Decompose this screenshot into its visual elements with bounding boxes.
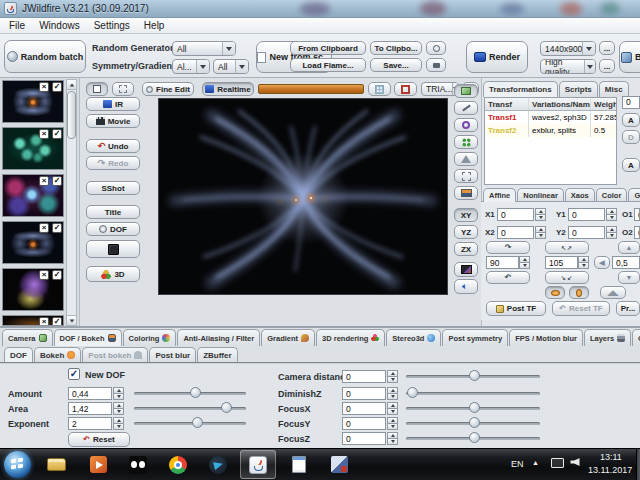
snapshot-button[interactable]: SShot bbox=[86, 181, 140, 195]
move-amount-input[interactable] bbox=[612, 256, 640, 269]
menu-file[interactable]: File bbox=[9, 20, 25, 31]
y2-input[interactable] bbox=[568, 226, 605, 239]
tray-chevron-icon[interactable]: ▲ bbox=[532, 459, 539, 466]
toggle-variations-preview[interactable] bbox=[569, 286, 589, 299]
tab-antialiasing-filter[interactable]: Anti-Aliasing / Filter bbox=[177, 329, 260, 346]
tab-stereo3d[interactable]: Stereo3d bbox=[386, 329, 441, 346]
tab-nonlinear[interactable]: Nonlinear bbox=[517, 188, 564, 202]
x1-spinner[interactable] bbox=[535, 208, 546, 221]
move-down-button[interactable]: ▼ bbox=[618, 271, 640, 284]
y1-spinner[interactable] bbox=[606, 208, 617, 221]
grid-toggle-button[interactable] bbox=[112, 82, 134, 96]
thumbnail-flame-5[interactable]: × ✓ bbox=[2, 268, 64, 311]
o1-input[interactable] bbox=[634, 208, 640, 221]
duplicate-transform-button[interactable]: D bbox=[622, 130, 640, 144]
slider-thumb[interactable] bbox=[190, 387, 201, 398]
area-slider[interactable] bbox=[134, 407, 246, 410]
amount-input[interactable] bbox=[68, 387, 112, 400]
subtab-zbuffer[interactable]: ZBuffer bbox=[197, 347, 237, 362]
thumbnail-flame-1[interactable]: × ✓ bbox=[2, 80, 64, 123]
tab-transformations[interactable]: Transformations bbox=[483, 81, 558, 97]
tab-dof-bokeh[interactable]: DOF / Bokeh bbox=[54, 329, 122, 346]
taskbar-media-player-button[interactable] bbox=[80, 450, 116, 479]
amount-spinner[interactable] bbox=[113, 387, 124, 400]
resolution-select[interactable]: 1440x900 bbox=[540, 41, 596, 56]
focusy-slider[interactable] bbox=[406, 422, 540, 425]
remove-thumbnail-button[interactable]: × bbox=[39, 176, 49, 186]
exponent-spinner[interactable] bbox=[113, 417, 124, 430]
triangle-edit-toggle-button[interactable] bbox=[86, 82, 108, 96]
transform-table[interactable]: Transf Variations/Name Weight Transf1 wa… bbox=[484, 97, 617, 185]
tab-layers[interactable]: Layers bbox=[584, 329, 631, 346]
tab-color[interactable]: Color bbox=[596, 188, 628, 202]
enlarge-button[interactable]: ↖↗ bbox=[545, 241, 589, 254]
move-left-button[interactable]: ◀ bbox=[594, 256, 610, 269]
gradient-select[interactable]: All bbox=[213, 59, 249, 74]
tab-scripts[interactable]: Scripts bbox=[559, 81, 598, 97]
remove-thumbnail-button[interactable]: × bbox=[39, 270, 49, 280]
camera-distance-spinner[interactable] bbox=[387, 370, 398, 383]
focusx-slider[interactable] bbox=[406, 407, 540, 410]
taskbar-explorer-button[interactable] bbox=[38, 450, 74, 479]
scale-amount-input[interactable] bbox=[545, 256, 578, 269]
render-button[interactable]: Render bbox=[466, 41, 528, 73]
rotate-right-button[interactable]: ↶ bbox=[486, 271, 530, 284]
rotate-amount-spinner[interactable] bbox=[519, 256, 530, 269]
dof-button[interactable]: DOF bbox=[86, 222, 140, 236]
subtab-dof[interactable]: DOF bbox=[4, 347, 33, 362]
y1-input[interactable] bbox=[568, 208, 605, 221]
flame-preview-canvas[interactable] bbox=[158, 98, 448, 295]
3d-button[interactable]: 3D bbox=[86, 266, 140, 282]
thumbnail-flame-3[interactable]: × ✓ bbox=[2, 174, 64, 217]
new-dof-checkbox[interactable]: ✓ bbox=[68, 368, 80, 380]
transform-box-button[interactable] bbox=[454, 169, 478, 183]
menu-settings[interactable]: Settings bbox=[94, 20, 130, 31]
thumbnail-checkbox[interactable]: ✓ bbox=[52, 317, 62, 326]
menu-windows[interactable]: Windows bbox=[39, 20, 80, 31]
title-bar[interactable]: JWildfire V3.21 (30.09.2017) bbox=[0, 0, 640, 18]
resolution-options-button[interactable]: ... bbox=[599, 41, 615, 55]
tab-gradient[interactable]: Gradient bbox=[261, 329, 315, 346]
thumbnail-flame-6[interactable]: × ✓ bbox=[2, 315, 64, 326]
preview-cut-button[interactable]: Pr... bbox=[616, 301, 640, 316]
dof-reset-button[interactable]: ↶ Reset bbox=[68, 432, 130, 447]
diminishz-input[interactable] bbox=[342, 387, 386, 400]
slider-thumb[interactable] bbox=[469, 402, 480, 413]
clock-time[interactable]: 13:11 bbox=[600, 452, 622, 462]
from-clipboard-button[interactable]: From Clipboard bbox=[290, 41, 366, 55]
tab-misc[interactable]: Misc bbox=[599, 81, 629, 97]
scale-amount-spinner[interactable] bbox=[578, 256, 589, 269]
movie-button[interactable]: Movie bbox=[86, 114, 140, 128]
focusx-spinner[interactable] bbox=[387, 402, 398, 415]
focusy-input[interactable] bbox=[342, 417, 386, 430]
camera-distance-input[interactable] bbox=[342, 370, 386, 383]
area-spinner[interactable] bbox=[113, 402, 124, 415]
slider-thumb[interactable] bbox=[469, 432, 480, 443]
scrollbar-thumb[interactable] bbox=[67, 91, 76, 139]
taskbar-movie-maker-button[interactable] bbox=[321, 450, 357, 479]
post-tf-button[interactable]: Post TF bbox=[486, 301, 546, 316]
show-grid-button[interactable] bbox=[368, 82, 391, 96]
remove-thumbnail-button[interactable]: × bbox=[39, 129, 49, 139]
reset-tf-button[interactable]: ↶ Reset TF bbox=[552, 301, 610, 316]
taskbar-jwildfire-button[interactable] bbox=[240, 450, 276, 479]
thumbnail-flame-4[interactable]: × ✓ bbox=[2, 221, 64, 264]
quality-options-button[interactable]: ... bbox=[599, 59, 615, 73]
tab-xaos[interactable]: Xaos bbox=[565, 188, 595, 202]
focusx-input[interactable] bbox=[342, 402, 386, 415]
grid-points-button[interactable] bbox=[454, 135, 478, 149]
thumbnail-checkbox[interactable]: ✓ bbox=[52, 223, 62, 233]
title-button[interactable]: Title bbox=[86, 205, 140, 219]
batch-render-button[interactable]: Bat... bbox=[619, 41, 640, 73]
focusz-slider[interactable] bbox=[406, 437, 540, 440]
network-icon[interactable] bbox=[551, 458, 564, 468]
edit-view-toggle-button[interactable] bbox=[454, 84, 478, 98]
slider-thumb[interactable] bbox=[469, 370, 480, 381]
symmetry-select[interactable]: Al... bbox=[172, 59, 210, 74]
thumbnail-checkbox[interactable]: ✓ bbox=[52, 129, 62, 139]
thumbnail-checkbox[interactable]: ✓ bbox=[52, 176, 62, 186]
transform-row-1[interactable]: Transf1 waves2, sph3D 57.2850.. bbox=[485, 111, 616, 124]
undo-button[interactable]: ↶ Undo bbox=[86, 139, 140, 153]
shrink-button[interactable]: ↘↙ bbox=[545, 271, 589, 284]
remove-thumbnail-button[interactable]: × bbox=[39, 223, 49, 233]
